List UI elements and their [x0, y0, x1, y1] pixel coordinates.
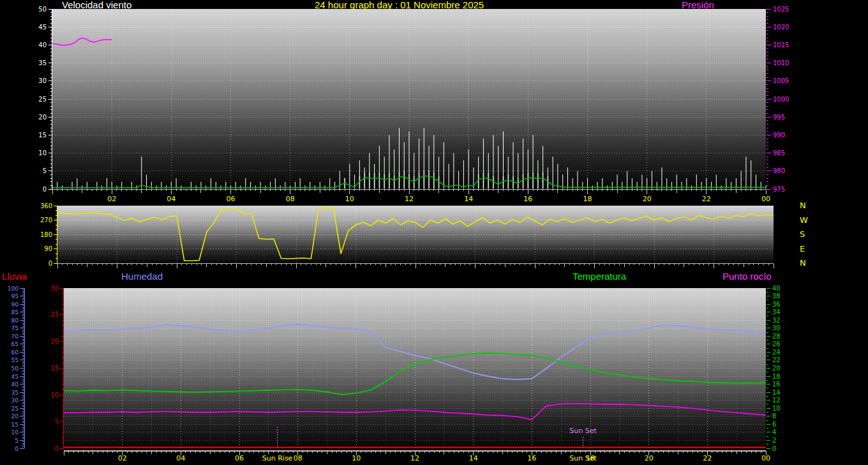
hour-label: 18 — [583, 195, 592, 203]
hour-label: 02 — [118, 454, 127, 462]
axis-tick-label: 80 — [11, 317, 19, 324]
hour-label: 14 — [464, 195, 473, 203]
hour-label: 06 — [227, 195, 236, 203]
axis-tick-label: 38 — [772, 293, 781, 300]
axis-tick-label: 30 — [772, 324, 781, 332]
axis-tick-label: 18 — [772, 373, 781, 380]
hour-label: 22 — [703, 454, 712, 462]
axis-tick-label: 20 — [772, 365, 781, 372]
axis-tick-label: 10 — [50, 392, 59, 399]
axis-tick-label: 65 — [11, 341, 19, 347]
hour-label: 16 — [527, 454, 536, 462]
compass-label: W — [800, 215, 808, 225]
axis-tick-label: 25 — [50, 311, 59, 318]
axis-tick-label: 10 — [772, 405, 781, 412]
axis-tick-label: 10 — [38, 149, 47, 156]
compass-label: N — [800, 201, 806, 210]
hour-label: 10 — [352, 454, 361, 462]
axis-tick-label: 85 — [11, 309, 19, 316]
axis-tick-label: 28 — [772, 333, 781, 340]
axis-tick-label: 975 — [773, 186, 785, 193]
axis-tick-label: 45 — [11, 374, 19, 380]
axis-tick-label: 360 — [40, 202, 52, 210]
compass-label: E — [800, 244, 805, 254]
axis-tick-label: 2 — [772, 437, 776, 444]
humidity-temperature-chart: Sun Set051015202530354045505560657075808… — [8, 285, 781, 463]
hour-label: 08 — [286, 195, 295, 203]
axis-tick-label: 0 — [49, 260, 52, 267]
axis-tick-label: 30 — [38, 77, 47, 84]
axis-tick-label: 1020 — [773, 24, 789, 31]
axis-tick-label: 6 — [772, 421, 776, 428]
axis-tick-label: 40 — [11, 381, 19, 388]
hour-label: 02 — [107, 195, 116, 203]
page-title: 24 hour graph day : 01 Noviembre 2025 — [315, 0, 484, 10]
axis-tick-label: 20 — [11, 413, 19, 420]
axis-tick-label: 5 — [55, 418, 59, 425]
sunrise-axis-label: Sun Rise — [262, 454, 293, 462]
pressure-header: Presión — [682, 0, 714, 10]
axis-tick-label: 30 — [11, 397, 19, 404]
axis-tick-label: 990 — [773, 132, 785, 139]
compass-label: S — [800, 229, 805, 239]
weather-graph-page: { "page_title": "24 hour graph day : 01 … — [0, 0, 868, 465]
hour-label: 14 — [469, 454, 478, 462]
axis-tick-label: 40 — [38, 42, 47, 49]
axis-tick-label: 26 — [772, 340, 781, 347]
axis-tick-label: 180 — [40, 231, 52, 238]
axis-tick-label: 22 — [772, 356, 781, 363]
axis-tick-label: 25 — [11, 406, 19, 412]
axis-tick-label: 45 — [38, 24, 47, 31]
axis-tick-label: 0 — [772, 445, 776, 452]
hour-label: 20 — [645, 454, 654, 462]
axis-tick-label: 1005 — [773, 77, 789, 84]
axis-tick-label: 1025 — [773, 6, 789, 13]
wind-direction-chart: 090180270360 — [40, 202, 774, 268]
axis-tick-label: 60 — [11, 349, 19, 356]
axis-tick-label: 75 — [11, 325, 19, 332]
hour-label: 12 — [410, 454, 419, 462]
wind-pressure-chart: 0510152025303540455097598098599099510001… — [38, 6, 789, 204]
hour-label: 04 — [167, 195, 176, 203]
humidity-header: Humedad — [121, 271, 163, 281]
hour-label: 08 — [294, 454, 303, 462]
hour-label: 12 — [405, 195, 414, 203]
axis-tick-label: 35 — [11, 390, 19, 396]
axis-tick-label: 50 — [11, 365, 19, 372]
axis-tick-label: 12 — [772, 397, 781, 404]
axis-tick-label: 985 — [773, 149, 785, 156]
rain-header: Lluvia — [2, 271, 27, 281]
axis-tick-label: 90 — [44, 245, 52, 252]
hour-label: 04 — [176, 454, 185, 462]
axis-tick-label: 16 — [772, 381, 781, 388]
axis-tick-label: 50 — [38, 6, 47, 13]
axis-tick-label: 1010 — [773, 59, 789, 66]
axis-tick-label: 40 — [772, 285, 781, 292]
axis-tick-label: 1015 — [773, 42, 789, 49]
weather-charts-canvas: 0510152025303540455097598098599099510001… — [0, 0, 868, 465]
hour-label: 22 — [702, 195, 711, 203]
axis-tick-label: 30 — [50, 285, 59, 292]
axis-tick-label: 35 — [38, 59, 47, 66]
compass-label: N — [800, 258, 806, 268]
axis-tick-label: 34 — [772, 309, 781, 316]
axis-tick-label: 15 — [11, 422, 19, 428]
axis-tick-label: 25 — [38, 96, 47, 103]
hour-label: 00 — [761, 195, 770, 203]
axis-tick-label: 70 — [11, 333, 19, 340]
axis-tick-label: 1000 — [773, 96, 789, 103]
axis-tick-label: 20 — [38, 114, 47, 121]
axis-tick-label: 0 — [55, 445, 59, 452]
axis-tick-label: 100 — [8, 286, 19, 292]
hour-label: 00 — [761, 454, 770, 462]
axis-tick-label: 0 — [15, 446, 19, 452]
axis-tick-label: 20 — [50, 338, 59, 345]
axis-tick-label: 14 — [772, 389, 781, 396]
axis-tick-label: 90 — [11, 301, 19, 308]
hour-label: 06 — [235, 454, 244, 462]
axis-tick-label: 32 — [772, 317, 781, 324]
axis-tick-label: 10 — [11, 429, 19, 436]
dewpoint-header: Punto rocío — [722, 271, 772, 281]
wind-speed-header: Velocidad viento — [62, 0, 131, 10]
axis-tick-label: 55 — [11, 357, 19, 363]
